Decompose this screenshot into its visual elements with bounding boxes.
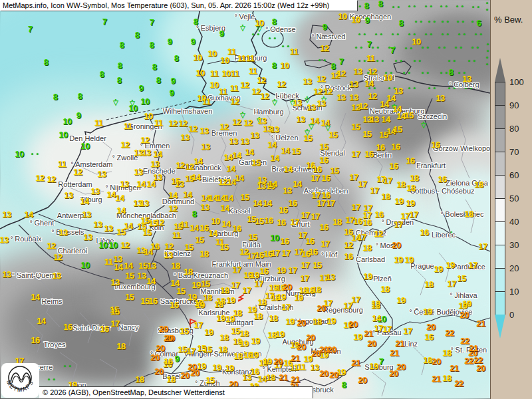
temp-value: 8 (135, 31, 140, 39)
temp-value: 17 (311, 213, 319, 221)
temp-value: 12 (176, 162, 184, 170)
drizzle-symbol-icon: • • (471, 45, 479, 51)
temp-value: 18 (464, 210, 473, 218)
temp-value: 9 (323, 23, 327, 31)
temp-value: 20 (273, 358, 282, 366)
temp-value: 15 (142, 229, 151, 237)
temp-value: 12 (368, 92, 376, 100)
temp-value: 15 (231, 327, 239, 335)
shower-dot: • (130, 98, 135, 102)
temp-value: 17 (321, 240, 329, 248)
temp-value: 8 (100, 70, 104, 78)
drizzle-symbol-icon: • • (422, 45, 430, 51)
temp-value: 12 (243, 119, 252, 127)
temp-value: 13 (137, 272, 146, 280)
drizzle-symbol-icon: • • (438, 45, 446, 51)
drizzle-symbol-icon: • • (455, 45, 463, 51)
temp-value: 15 (255, 217, 263, 225)
temp-value: 19 (275, 331, 284, 338)
temp-value: 12 (320, 45, 329, 53)
temp-value: 17 (468, 261, 477, 269)
temp-value: 12 (277, 80, 285, 88)
temp-value: 14 (364, 80, 373, 88)
temp-value: 14 (183, 191, 192, 199)
temp-value: 13 (349, 80, 358, 88)
city-label: Gorzów Wielkopolski (433, 144, 490, 152)
temp-value: 10 (211, 217, 219, 225)
colorbar (495, 82, 505, 315)
temp-value: 12 (232, 118, 241, 126)
temp-value: 8 (331, 63, 336, 70)
temp-value: 11 (210, 70, 219, 78)
temp-value: 10 (383, 74, 392, 82)
temp-value: 19 (216, 315, 225, 323)
temp-value: 20 (460, 311, 468, 319)
temp-value: 16 (148, 297, 157, 305)
temp-value: 20 (306, 334, 315, 342)
temp-value: 16 (280, 237, 289, 245)
temp-value: 13 (257, 182, 265, 190)
temp-value: 18 (406, 184, 415, 192)
temp-value: 17 (281, 249, 290, 257)
temp-value: 8 (449, 68, 454, 76)
temp-value: 18 (266, 374, 275, 382)
temp-value: 13 (175, 180, 184, 188)
temp-value: 15 (291, 148, 300, 156)
colorbar-tick: 100 (509, 77, 524, 87)
temp-value: 17 (186, 347, 195, 355)
temp-value: 20 (426, 323, 435, 331)
city-marker-icon: ° (265, 26, 270, 33)
temp-value: 19 (406, 200, 414, 207)
temp-value: 19 (192, 281, 200, 289)
temp-value: 11 (202, 98, 211, 106)
temp-value: 9 (168, 38, 172, 46)
temp-value: 8 (78, 92, 82, 100)
temp-value: 14 (232, 152, 241, 160)
temp-value: 13 (296, 116, 305, 124)
temp-value: 17 (343, 302, 352, 310)
temp-value: 13 (293, 99, 301, 107)
city-label: Linz (404, 340, 418, 348)
temp-value: 13 (336, 94, 345, 102)
temp-value: 10 (255, 19, 263, 27)
temp-value: 20 (190, 369, 199, 377)
city-label: Cottbus - Chóśebuz (410, 187, 474, 195)
temp-value: 14 (310, 117, 319, 125)
temp-value: 18 (332, 218, 341, 226)
temp-value: 15 (248, 233, 257, 241)
temp-value: 13 (164, 251, 172, 259)
temp-value: 12 (168, 120, 177, 128)
temp-value: 18 (184, 268, 192, 276)
city-label: Szczecin (418, 112, 447, 120)
temp-value: 17 (110, 320, 119, 328)
temp-value: 13 (200, 203, 209, 211)
temp-value: 15 (178, 346, 186, 354)
temp-value: 13 (307, 104, 315, 112)
temp-value: 15 (319, 143, 328, 151)
temp-value: 14 (380, 100, 388, 108)
temp-value: 16 (63, 323, 72, 331)
temp-value: 16 (353, 217, 362, 225)
temp-value: 16 (309, 248, 317, 256)
drizzle-symbol-icon: • • (440, 3, 448, 10)
temp-value: 13 (142, 149, 150, 157)
temp-value: 14 (192, 174, 200, 182)
temp-value: 20 (358, 376, 366, 384)
temp-value: 18 (233, 309, 241, 317)
city-label: Troyes (43, 340, 65, 348)
city-label: ° Næstved (312, 33, 346, 41)
temp-value: 13 (93, 221, 102, 229)
drizzle-symbol-icon: • • (442, 19, 450, 25)
temp-value: 18 (171, 262, 180, 270)
temp-value: 12 (313, 88, 322, 96)
temp-value: 14 (235, 174, 243, 182)
temp-value: 16 (389, 162, 398, 170)
temp-value: 15 (184, 243, 193, 251)
temp-value: 12 (368, 68, 376, 76)
temp-value: 18 (362, 244, 371, 252)
weather-map-canvas[interactable]: • •• •• •• •• •• •• •• •• •• •• •• •• ••… (0, 0, 490, 399)
shower-dot: • (305, 128, 310, 131)
temp-value: 18 (257, 299, 266, 307)
map-title-text: MetMaps.info, Icon WW-Symbol, Mos Temper… (3, 1, 329, 9)
temp-value: 17 (300, 275, 309, 283)
